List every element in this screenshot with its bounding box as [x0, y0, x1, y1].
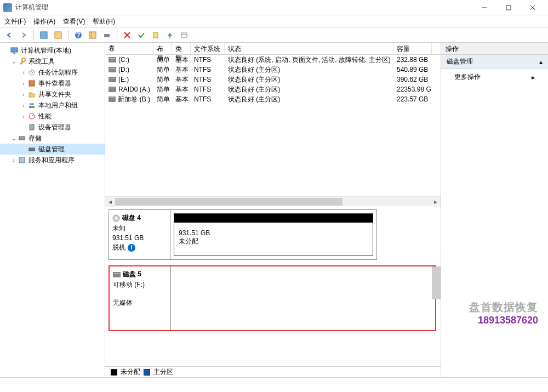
disk-cd-icon: [112, 214, 120, 222]
svg-text:?: ?: [76, 31, 80, 39]
help-icon[interactable]: ?: [72, 29, 84, 41]
volume-icon: [109, 57, 116, 63]
svg-rect-10: [104, 34, 110, 37]
menu-file[interactable]: 文件(F): [4, 17, 26, 26]
drive-icon: [113, 272, 121, 277]
svg-rect-29: [19, 137, 25, 140]
delete-icon[interactable]: [121, 29, 133, 41]
scroll-right-icon[interactable]: ▸: [431, 197, 441, 207]
col-layout[interactable]: 布局: [153, 43, 172, 54]
svg-point-24: [32, 103, 34, 105]
svg-point-23: [30, 103, 32, 105]
legend-primary-swatch: [144, 369, 150, 376]
svg-rect-30: [29, 148, 35, 151]
actions-section[interactable]: 磁盘管理 ▴: [441, 55, 548, 69]
tree-services[interactable]: ›服务和应用程序: [0, 155, 105, 166]
menu-view[interactable]: 查看(V): [63, 17, 85, 26]
forward-button[interactable]: [18, 29, 30, 41]
scroll-left-icon[interactable]: ◂: [105, 197, 115, 207]
col-type[interactable]: 类型: [172, 43, 191, 54]
tree-systools[interactable]: ⌄ 系统工具: [0, 56, 105, 67]
legend-unalloc-swatch: [111, 369, 117, 376]
info-icon[interactable]: i: [128, 244, 135, 252]
maximize-button[interactable]: [496, 0, 521, 15]
toolbar-view1-icon[interactable]: [38, 29, 50, 41]
volume-row[interactable]: (D:)简单基本NTFS状态良好 (主分区)540.89 GB: [105, 65, 441, 75]
volume-icon: [109, 87, 116, 92]
horizontal-scrollbar[interactable]: ◂ ▸: [105, 196, 441, 206]
menu-help[interactable]: 帮助(H): [93, 17, 115, 26]
menu-action[interactable]: 操作(A): [33, 17, 55, 26]
event-icon: [27, 79, 36, 88]
actions-header: 操作: [441, 43, 548, 55]
volume-row[interactable]: (C:)简单基本NTFS状态良好 (系统, 启动, 页面文件, 活动, 故障转储…: [105, 55, 441, 65]
tree-root-label: 计算机管理(本地): [21, 46, 71, 55]
clock-icon: [27, 68, 36, 77]
legend: 未分配 主分区: [105, 366, 441, 377]
storage-icon: [18, 134, 26, 143]
svg-rect-25: [29, 106, 35, 108]
svg-rect-5: [55, 32, 61, 38]
svg-rect-1: [506, 5, 511, 10]
col-cap[interactable]: 容量: [393, 43, 432, 54]
svg-rect-16: [11, 48, 18, 52]
disk-map-area: 磁盘 4 未知 931.51 GB 脱机i 931.51 GB 未分配 磁盘 5: [105, 206, 441, 366]
col-fs[interactable]: 文件系统: [191, 43, 225, 54]
disk4-block[interactable]: 磁盘 4 未知 931.51 GB 脱机i 931.51 GB 未分配: [109, 209, 377, 260]
disk-icon: [27, 145, 36, 154]
disk5-block[interactable]: 磁盘 5 可移动 (F:) 无媒体: [109, 265, 436, 331]
scroll-thumb[interactable]: [115, 198, 342, 206]
svg-rect-13: [153, 32, 158, 38]
close-button[interactable]: [521, 0, 545, 15]
volume-list: 卷 布局 类型 文件系统 状态 容量 (C:)简单基本NTFS状态良好 (系统,…: [105, 43, 441, 196]
col-volume[interactable]: 卷: [105, 43, 153, 54]
svg-rect-8: [89, 32, 96, 38]
minimize-button[interactable]: [472, 0, 496, 15]
tree-users[interactable]: ›本地用户和组: [0, 100, 105, 111]
svg-point-33: [115, 217, 117, 219]
back-button[interactable]: [3, 29, 15, 41]
volume-row[interactable]: 新加卷 (B:)简单基本NTFS状态良好 (主分区)223.57 GB: [105, 94, 441, 104]
tree-event[interactable]: ›事件查看器: [0, 78, 105, 89]
services-icon: [18, 156, 26, 164]
chevron-right-icon: ▸: [532, 73, 535, 81]
svg-rect-31: [19, 157, 25, 163]
tree-diskmgr[interactable]: 磁盘管理: [0, 144, 105, 155]
tree-perf[interactable]: ›性能: [0, 111, 105, 122]
toolbar-doc-icon[interactable]: [150, 29, 162, 41]
tree-storage[interactable]: ⌄存储: [0, 133, 105, 144]
volume-icon: [109, 96, 116, 102]
collapse-icon[interactable]: ▴: [539, 58, 543, 66]
toolbar-action-icon[interactable]: [101, 29, 113, 41]
toolbar-panel-icon[interactable]: [87, 29, 99, 41]
toolbar-list-icon[interactable]: [178, 29, 190, 41]
tree-task[interactable]: ›任务计划程序: [0, 67, 105, 78]
volume-row[interactable]: RAID0 (A:)简单基本NTFS状态良好 (主分区)22353.98 G: [105, 84, 441, 94]
toolbar: ?: [0, 27, 548, 43]
toolbar-view2-icon[interactable]: [52, 29, 64, 41]
tree-devmgr[interactable]: 设备管理器: [0, 122, 105, 133]
volume-icon: [109, 67, 116, 72]
more-actions[interactable]: 更多操作 ▸: [441, 69, 548, 85]
disk5-info: 磁盘 5 可移动 (F:) 无媒体: [110, 266, 171, 330]
perf-icon: [27, 112, 36, 121]
folder-icon: [27, 90, 36, 99]
actions-panel: 操作 磁盘管理 ▴ 更多操作 ▸: [441, 43, 548, 377]
tools-icon: [18, 57, 26, 66]
col-status[interactable]: 状态: [225, 43, 393, 54]
disk4-partition[interactable]: 931.51 GB 未分配: [174, 213, 373, 256]
computer-icon: [10, 46, 19, 55]
svg-rect-17: [13, 53, 15, 54]
disk5-empty: [174, 270, 432, 327]
window-title: 计算机管理: [15, 3, 472, 12]
title-bar: 计算机管理: [0, 0, 548, 15]
navigation-tree: 计算机管理(本地) ⌄ 系统工具 ›任务计划程序 ›事件查看器 ›共享文件夹 ›…: [0, 43, 105, 377]
volume-row[interactable]: (E:)简单基本NTFS状态良好 (主分区)390.62 GB: [105, 75, 441, 84]
menu-bar: 文件(F) 操作(A) 查看(V) 帮助(H): [0, 15, 548, 27]
tree-root[interactable]: 计算机管理(本地): [0, 45, 105, 56]
tree-share[interactable]: ›共享文件夹: [0, 89, 105, 100]
toolbar-up-icon[interactable]: [164, 29, 176, 41]
users-icon: [27, 101, 36, 110]
check-icon[interactable]: [135, 29, 147, 41]
vertical-scrollbar[interactable]: [432, 266, 441, 299]
